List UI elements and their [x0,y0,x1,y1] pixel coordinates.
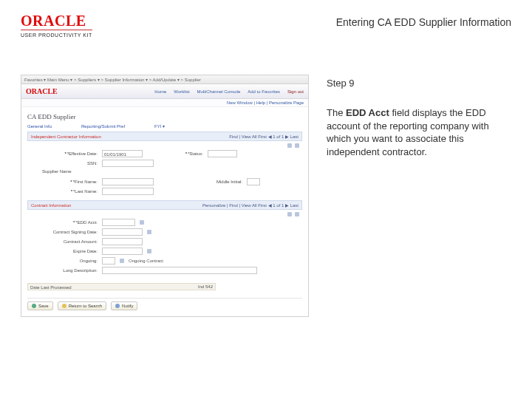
delete-row-icon[interactable] [295,143,299,148]
lbl-edd-acct: *EDD Acct: [27,220,98,225]
lbl-eff-date: *Effective Date: [27,151,98,156]
page-title: CA EDD Supplier [27,113,302,120]
oracle-logo: ORACLE [21,13,92,28]
instruction-bold: EDD Acct [346,107,389,118]
top-nav: Home Worklist MultiChannel Console Add t… [154,89,304,94]
return-button-label: Return to Search [69,304,102,308]
input-long-desc[interactable] [102,267,257,274]
tab-reporting[interactable]: Reporting/Submit Pref [81,124,125,129]
upk-label: USER PRODUCTIVITY KIT [21,30,92,38]
lbl-mi: Middle Initial: [198,180,242,184]
nav-home[interactable]: Home [154,89,166,94]
input-mi[interactable] [247,178,260,185]
instruction-text: The EDD Acct field displays the EDD acco… [327,106,511,158]
nav-signout[interactable]: Sign out [287,89,304,94]
save-button[interactable]: Save [27,301,53,310]
input-first-name[interactable] [102,178,154,185]
nav-mcc[interactable]: MultiChannel Console [197,89,241,94]
add-row-icon[interactable] [287,143,292,148]
lbl-ongoing: Ongoing: [27,259,98,263]
lbl-expire: Expire Date: [27,249,98,253]
app-screenshot: Favorites ▾ Main Menu ▾ > Suppliers ▾ > … [21,75,309,317]
input-ongoing-code[interactable] [102,257,115,265]
tab-general-info[interactable]: General Info [27,124,52,129]
step-label: Step 9 [327,78,511,89]
oracle-logo-block: ORACLE USER PRODUCTIVITY KIT [21,13,92,38]
input-amount[interactable] [102,238,143,245]
input-sign-date[interactable] [102,228,143,236]
lbl-status: *Status: [174,151,203,156]
trigger-bar[interactable]: Date Last Processed Ind 542 [27,283,216,290]
lbl-amount: Contract Amount: [27,239,98,244]
trigger-val: Ind 542 [198,283,213,290]
input-ssn[interactable] [102,160,154,167]
page-header: ORACLE USER PRODUCTIVITY KIT Entering CA… [0,0,532,45]
lookup-icon[interactable] [120,259,124,263]
section-independent-contractor: Independent Contractor Information [31,134,101,139]
calendar-icon[interactable] [147,249,151,253]
lookup-icon[interactable] [140,220,144,225]
instruction-column: Step 9 The EDD Acct field displays the E… [327,75,511,399]
add-row-icon[interactable] [287,212,292,216]
lbl-ssn: SSN: [27,161,98,166]
delete-row-icon[interactable] [295,212,299,216]
ongoing-text: Ongoing Contract [129,259,163,263]
trigger-label: Date Last Processed [30,284,72,290]
return-button[interactable]: Return to Search [58,301,106,310]
app-logo: ORACLE [26,87,58,95]
page-tools-line[interactable]: New Window | Help | Personalize Page [21,99,308,107]
lbl-supplier-name: Supplier Name [42,169,72,174]
lbl-last-name: *Last Name: [27,189,98,194]
screenshot-column: Favorites ▾ Main Menu ▾ > Suppliers ▾ > … [21,75,309,399]
calendar-icon[interactable] [147,230,151,234]
section-contract-info: Contract Information [31,203,71,208]
notify-button[interactable]: Notify [111,301,137,310]
tab-fyi[interactable]: FYI ▾ [154,123,165,129]
section-tools[interactable]: Find | View All First ◀ 1 of 1 ▶ Last [229,134,299,139]
instruction-lead: The [327,107,346,118]
input-expire[interactable] [102,248,143,255]
contract-tools[interactable]: Personalize | Find | View All First ◀ 1 … [202,202,299,208]
save-button-label: Save [38,304,49,308]
input-edd-acct[interactable] [102,219,135,226]
input-status[interactable] [208,150,237,157]
nav-fav[interactable]: Add to Favorites [248,89,280,94]
nav-worklist[interactable]: Worklist [174,89,189,94]
input-eff-date[interactable]: 01/01/1901 [102,150,143,157]
input-last-name[interactable] [102,188,154,195]
lbl-first-name: *First Name: [27,180,98,184]
document-title: Entering CA EDD Supplier Information [336,13,511,28]
breadcrumb: Favorites ▾ Main Menu ▾ > Suppliers ▾ > … [21,75,308,84]
lbl-sign-date: Contract Signing Date: [27,230,98,234]
notify-button-label: Notify [122,304,133,308]
lbl-long-desc: Long Description: [27,268,98,273]
